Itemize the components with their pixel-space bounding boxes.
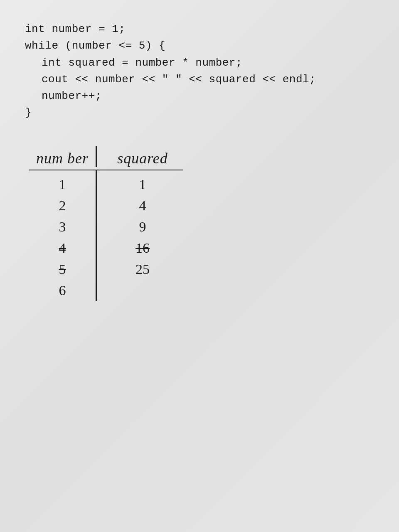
code-line-6: } <box>25 104 378 121</box>
number-row-4: 4 <box>29 237 96 259</box>
page: int number = 1; while (number <= 5) { in… <box>0 0 399 532</box>
number-column-header: num ber <box>29 150 96 167</box>
code-block: int number = 1; while (number <= 5) { in… <box>25 21 378 121</box>
number-row-6: 6 <box>29 280 96 301</box>
code-line-5: number++; <box>25 88 378 104</box>
squared-row-4: 16 <box>105 237 180 259</box>
table-container: num ber squared 1 2 3 4 5 6 1 4 <box>29 146 183 301</box>
squared-column-data: 1 4 9 16 25 <box>97 170 180 301</box>
squared-row-1: 1 <box>105 174 180 195</box>
number-column-data: 1 2 3 4 5 6 <box>29 170 96 301</box>
table-header: num ber squared <box>29 146 183 170</box>
table-body: 1 2 3 4 5 6 1 4 9 16 25 <box>29 170 183 301</box>
code-line-3: int squared = number * number; <box>25 54 378 71</box>
squared-row-3: 9 <box>105 216 180 237</box>
number-row-1: 1 <box>29 174 96 195</box>
number-row-3: 3 <box>29 216 96 237</box>
squared-row-2: 4 <box>105 195 180 216</box>
table-section: num ber squared 1 2 3 4 5 6 1 4 <box>29 146 378 301</box>
squared-column-header: squared <box>97 150 180 167</box>
code-line-2: while (number <= 5) { <box>25 37 378 54</box>
number-row-2: 2 <box>29 195 96 216</box>
squared-row-5: 25 <box>105 259 180 280</box>
number-row-5: 5 <box>29 259 96 280</box>
code-line-1: int number = 1; <box>25 21 378 37</box>
code-line-4: cout << number << " " << squared << endl… <box>25 71 378 88</box>
